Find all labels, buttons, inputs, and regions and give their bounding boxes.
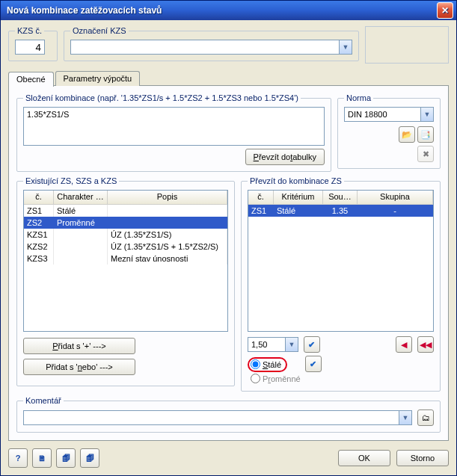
kzs-number-group: KZS č. xyxy=(8,26,58,61)
target-legend: Převzít do kombinace ZS xyxy=(248,176,344,185)
help-icon: ? xyxy=(16,454,21,463)
list-pick-icon: 🗂 xyxy=(422,413,430,422)
chevron-down-icon: ▼ xyxy=(339,40,352,54)
to-table-button[interactable]: PPřevzít do tabulkyřevzít do tabulky xyxy=(245,149,325,165)
radio-promenne-label: Proměnné xyxy=(263,374,301,383)
kzs-name-group: Označení KZS ▼ xyxy=(64,26,359,61)
kzs-number-label: KZS č. xyxy=(15,26,44,35)
col-crit: Kritérium xyxy=(274,191,323,204)
composition-text[interactable]: 1.35*ZS1/S xyxy=(23,107,325,146)
existing-group: Existující ZS, SZS a KZS č. Charakter … … xyxy=(16,176,235,386)
tab-general[interactable]: Obecné xyxy=(8,72,54,87)
comment-combo[interactable]: ▼ xyxy=(23,410,412,425)
ok-button[interactable]: OK xyxy=(338,450,390,466)
check-icon: ✔ xyxy=(308,340,315,350)
add-or-button[interactable]: Přidat s 'nebo' ---> xyxy=(23,359,135,375)
chevron-down-icon: ▼ xyxy=(399,411,411,424)
apply-factor-button[interactable]: ✔ xyxy=(304,336,320,353)
radio-stale[interactable] xyxy=(251,359,260,369)
help-button[interactable]: ? xyxy=(8,448,28,468)
norm-group: Norma DIN 18800 ▼ 📂 📑 ✖ xyxy=(337,93,441,169)
apply-criterion-button[interactable]: ✔ xyxy=(305,356,322,372)
doc-multi2-icon: 🗐 xyxy=(86,454,94,463)
footer-btn-4[interactable]: 🗐 xyxy=(80,448,99,468)
norm-open-button[interactable]: 📂 xyxy=(399,126,415,143)
double-arrow-left-icon: ◀◀ xyxy=(420,340,432,350)
composition-value: 1.35*ZS1/S xyxy=(27,110,69,119)
remove-all-button[interactable]: ◀◀ xyxy=(417,336,434,353)
close-button[interactable]: ✕ xyxy=(437,2,453,19)
doc-multi-icon: 🗐 xyxy=(62,454,70,463)
delete-icon: ✖ xyxy=(423,149,429,159)
norm-combo[interactable]: DIN 18800 ▼ xyxy=(344,107,434,122)
table-row[interactable]: ZS1Stálé xyxy=(24,205,227,217)
footer-btn-2[interactable]: 🗎 xyxy=(32,448,52,468)
tab-params[interactable]: Parametry výpočtu xyxy=(55,71,141,86)
radio-promenne[interactable] xyxy=(251,374,260,383)
col-no: č. xyxy=(24,191,54,204)
dialog-window: Nová kombinace zatěžovacích stavů ✕ KZS … xyxy=(0,0,457,476)
col-grp: Skupina xyxy=(358,191,433,204)
kzs-name-combo[interactable]: ▼ xyxy=(70,40,352,55)
chevron-down-icon: ▼ xyxy=(285,338,298,351)
title-bar: Nová kombinace zatěžovacích stavů ✕ xyxy=(1,1,456,20)
norm-value: DIN 18800 xyxy=(348,110,387,119)
norm-delete-button[interactable]: ✖ xyxy=(417,146,434,162)
table-row[interactable]: KZS1ÚZ (1.35*ZS1/S) xyxy=(24,229,227,241)
table-row[interactable]: ZS2Proměnné xyxy=(24,217,227,229)
footer-btn-3[interactable]: 🗐 xyxy=(56,448,76,468)
table-row[interactable]: KZS3Mezní stav únosnosti xyxy=(24,253,227,265)
folder-open-icon: 📂 xyxy=(402,130,412,140)
existing-legend: Existující ZS, SZS a KZS xyxy=(23,176,119,185)
composition-group: Složení kombinace (např. '1.35*ZS1/s + 1… xyxy=(16,93,331,172)
target-group: Převzít do kombinace ZS č. Kritérium Sou… xyxy=(241,176,441,392)
cancel-button[interactable]: Storno xyxy=(396,450,449,466)
col-fac: Sou… xyxy=(323,191,358,204)
remove-item-button[interactable]: ◀ xyxy=(396,336,412,353)
factor-value: 1,50 xyxy=(251,340,267,349)
arrow-left-icon: ◀ xyxy=(401,340,407,350)
col-char: Charakter … xyxy=(54,191,108,204)
col-no: č. xyxy=(248,191,274,204)
kzs-number-input[interactable] xyxy=(15,40,45,55)
comment-pick-button[interactable]: 🗂 xyxy=(417,409,434,426)
kzs-name-label: Označení KZS xyxy=(70,26,129,35)
radio-stale-highlight: Stálé xyxy=(248,357,287,372)
table-row[interactable]: ZS1 Stálé 1.35 - xyxy=(248,205,433,217)
preview-box xyxy=(365,26,449,64)
target-grid[interactable]: č. Kritérium Sou… Skupina ZS1 Stálé 1.35 xyxy=(248,190,434,332)
tab-container: Obecné Parametry výpočtu Složení kombina… xyxy=(8,71,449,441)
window-title: Nová kombinace zatěžovacích stavů xyxy=(7,5,162,16)
add-plus-button[interactable]: Přidat s '+' ---> xyxy=(23,338,135,354)
doc-icon: 🗎 xyxy=(38,454,46,463)
content-area: KZS č. Označení KZS ▼ Obecné Parametry v… xyxy=(1,20,456,475)
close-icon: ✕ xyxy=(441,5,449,16)
norm-legend: Norma xyxy=(344,93,373,102)
comment-legend: Komentář xyxy=(23,396,64,405)
existing-grid[interactable]: č. Charakter … Popis ZS1Stálé ZS2Proměnn… xyxy=(23,190,228,332)
radio-stale-label: Stálé xyxy=(263,360,281,369)
check-icon: ✔ xyxy=(310,359,316,369)
props-icon: 📑 xyxy=(420,130,431,140)
factor-combo[interactable]: 1,50 ▼ xyxy=(248,337,298,352)
comment-group: Komentář ▼ 🗂 xyxy=(16,396,441,433)
chevron-down-icon: ▼ xyxy=(420,108,433,121)
table-row[interactable]: KZS2ÚZ (1.35*ZS1/S + 1.5*ZS2/S) xyxy=(24,241,227,253)
norm-props-button[interactable]: 📑 xyxy=(417,126,434,143)
composition-legend: Složení kombinace (např. '1.35*ZS1/s + 1… xyxy=(23,93,301,102)
col-desc: Popis xyxy=(108,191,227,204)
